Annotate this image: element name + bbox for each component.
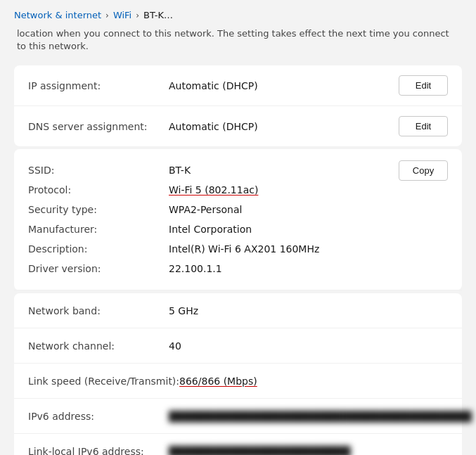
manufacturer-value: Intel Corporation bbox=[169, 224, 252, 235]
ssid-labels: SSID: BT-K Protocol: Wi-Fi 5 (802.11ac) … bbox=[28, 160, 385, 278]
ip-assignment-row: IP assignment: Automatic (DHCP) Edit bbox=[14, 65, 462, 106]
ip-assignment-edit-button[interactable]: Edit bbox=[399, 75, 448, 96]
dns-assignment-label: DNS server assignment: bbox=[28, 121, 169, 132]
ipv6-address-row: IPv6 address: ██████████████████████████… bbox=[14, 399, 462, 434]
breadcrumb-sep-2: › bbox=[136, 11, 139, 20]
ipv6-address-value: ████████████████████████████████████████ bbox=[169, 411, 472, 422]
ipv6-address-label: IPv6 address: bbox=[28, 411, 169, 422]
network-band-label: Network band: bbox=[28, 305, 169, 316]
breadcrumb-sep-1: › bbox=[105, 11, 109, 20]
protocol-row: Protocol: Wi-Fi 5 (802.11ac) bbox=[28, 180, 385, 200]
driver-version-value: 22.100.1.1 bbox=[169, 263, 222, 274]
dns-assignment-value: Automatic (DHCP) bbox=[169, 121, 399, 132]
breadcrumb-current: BT-K… bbox=[143, 10, 173, 20]
ssid-row: SSID: BT-K bbox=[28, 160, 385, 180]
link-speed-label: Link speed (Receive/Transmit): bbox=[28, 376, 179, 387]
copy-button[interactable]: Copy bbox=[399, 160, 448, 181]
assignment-section: IP assignment: Automatic (DHCP) Edit DNS… bbox=[14, 65, 462, 146]
dns-assignment-action: Edit bbox=[399, 116, 448, 136]
breadcrumb-wifi[interactable]: WiFi bbox=[113, 10, 131, 20]
manufacturer-row: Manufacturer: Intel Corporation bbox=[28, 219, 385, 239]
ip-assignment-label: IP assignment: bbox=[28, 80, 169, 91]
link-local-ipv6-row: Link-local IPv6 address: ███████████████… bbox=[14, 434, 462, 455]
description-row: Description: Intel(R) Wi-Fi 6 AX201 160M… bbox=[28, 239, 385, 259]
dns-assignment-edit-button[interactable]: Edit bbox=[399, 116, 448, 136]
ip-assignment-value: Automatic (DHCP) bbox=[169, 80, 399, 91]
description-label: Description: bbox=[28, 243, 169, 255]
network-channel-value: 40 bbox=[169, 340, 448, 352]
copy-button-container: Copy bbox=[399, 160, 448, 181]
protocol-value: Wi-Fi 5 (802.11ac) bbox=[169, 184, 258, 196]
ssid-block: SSID: BT-K Protocol: Wi-Fi 5 (802.11ac) … bbox=[14, 149, 462, 290]
protocol-label: Protocol: bbox=[28, 184, 169, 196]
link-speed-row: Link speed (Receive/Transmit): 866/866 (… bbox=[14, 364, 462, 399]
link-local-ipv6-value: ████████████████████████ bbox=[169, 446, 448, 455]
breadcrumb-network[interactable]: Network & internet bbox=[14, 10, 101, 20]
security-type-value: WPA2-Personal bbox=[169, 204, 242, 215]
network-channel-label: Network channel: bbox=[28, 340, 169, 352]
link-local-ipv6-label: Link-local IPv6 address: bbox=[28, 446, 169, 455]
driver-version-label: Driver version: bbox=[28, 263, 169, 274]
intro-text: location when you connect to this networ… bbox=[14, 27, 462, 53]
breadcrumb: Network & internet › WiFi › BT-K… bbox=[0, 0, 476, 27]
network-section: Network band: 5 GHz Network channel: 40 … bbox=[14, 293, 462, 455]
ssid-section: SSID: BT-K Protocol: Wi-Fi 5 (802.11ac) … bbox=[14, 149, 462, 290]
network-channel-row: Network channel: 40 bbox=[14, 328, 462, 364]
dns-assignment-row: DNS server assignment: Automatic (DHCP) … bbox=[14, 106, 462, 146]
network-band-row: Network band: 5 GHz bbox=[14, 293, 462, 328]
ssid-label: SSID: bbox=[28, 165, 169, 176]
security-type-row: Security type: WPA2-Personal bbox=[28, 200, 385, 219]
description-value: Intel(R) Wi-Fi 6 AX201 160MHz bbox=[169, 243, 319, 255]
driver-version-row: Driver version: 22.100.1.1 bbox=[28, 259, 385, 278]
ip-assignment-action: Edit bbox=[399, 75, 448, 96]
manufacturer-label: Manufacturer: bbox=[28, 224, 169, 235]
network-band-value: 5 GHz bbox=[169, 305, 448, 316]
ssid-value: BT-K bbox=[169, 165, 191, 176]
security-type-label: Security type: bbox=[28, 204, 169, 215]
link-speed-value: 866/866 (Mbps) bbox=[179, 376, 448, 387]
